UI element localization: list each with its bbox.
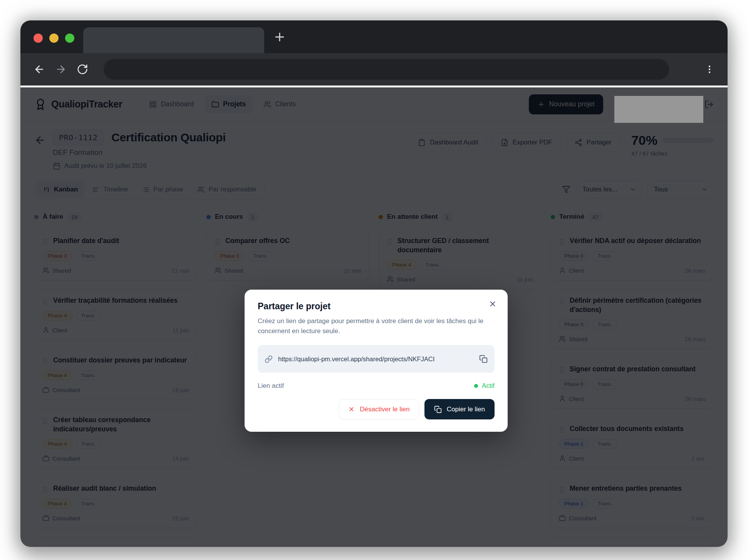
- share-modal: Partager le projet Créez un lien de part…: [245, 290, 508, 432]
- maximize-window-button[interactable]: [65, 34, 74, 43]
- link-status-label: Lien actif: [258, 382, 284, 390]
- copy-icon: [434, 406, 442, 413]
- deactivate-link-button[interactable]: Désactiver le lien: [339, 399, 419, 419]
- browser-menu-icon[interactable]: [704, 64, 714, 74]
- back-icon[interactable]: [34, 64, 45, 75]
- new-tab-icon[interactable]: [273, 30, 286, 44]
- active-dot: [474, 384, 478, 388]
- modal-buttons: Désactiver le lien Copier le lien: [258, 399, 495, 419]
- browser-nav-bar: [20, 53, 728, 86]
- deactivate-label: Désactiver le lien: [360, 406, 409, 413]
- redacted-user-block: [614, 96, 703, 123]
- status-label: Actif: [482, 382, 495, 390]
- status-badge: Actif: [474, 382, 495, 390]
- reload-icon[interactable]: [77, 64, 88, 75]
- url-bar[interactable]: [104, 59, 669, 80]
- copy-link-button[interactable]: Copier le lien: [424, 399, 495, 419]
- close-window-button[interactable]: [34, 34, 43, 43]
- close-icon[interactable]: [488, 300, 497, 308]
- copy-label: Copier le lien: [447, 406, 485, 413]
- forward-icon[interactable]: [55, 64, 67, 75]
- traffic-lights: [34, 34, 74, 43]
- app-page: QualiopiTracker Dashboard Projets: [20, 87, 728, 547]
- share-url: https://qualiopi-pm.vercel.app/shared/pr…: [278, 355, 474, 363]
- x-icon: [348, 406, 355, 412]
- browser-tab[interactable]: [83, 27, 264, 53]
- modal-title: Partager le projet: [258, 301, 495, 312]
- minimize-window-button[interactable]: [49, 34, 59, 43]
- modal-description: Créez un lien de partage pour permettre …: [258, 316, 489, 336]
- link-status-row: Lien actif Actif: [258, 382, 495, 390]
- copy-icon[interactable]: [479, 355, 488, 363]
- screenshot-stage: QualiopiTracker Dashboard Projets: [0, 0, 748, 560]
- browser-tab-strip: [20, 20, 728, 53]
- share-link-box: https://qualiopi-pm.vercel.app/shared/pr…: [258, 345, 495, 373]
- link-icon: [265, 355, 273, 363]
- browser-window: QualiopiTracker Dashboard Projets: [20, 20, 728, 547]
